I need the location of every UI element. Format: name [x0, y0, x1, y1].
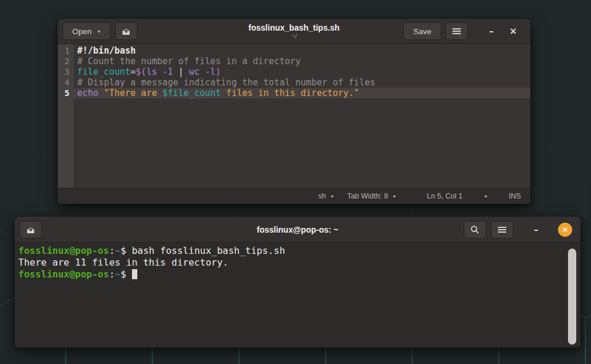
editor-close-button[interactable]: ×	[504, 22, 522, 40]
hamburger-icon	[453, 27, 461, 35]
insert-mode-indicator: INS	[509, 192, 521, 200]
editor-headerbar-right: Save – ×	[403, 22, 522, 40]
terminal-headerbar: fosslinux@pop-os: ~ –	[15, 217, 580, 243]
line-number: 5	[58, 88, 74, 98]
tab-new-icon	[121, 27, 131, 36]
code-text: #!/bin/bash	[74, 45, 530, 56]
terminal-screen[interactable]: fosslinux@pop-os:~$ bash fosslinux_bash_…	[15, 243, 580, 347]
terminal-menu-button[interactable]	[491, 221, 513, 239]
terminal-scrollbar-thumb[interactable]	[568, 249, 576, 345]
desktop: Open ▼ fosslinux_bash_tips.sh ~/	[0, 0, 591, 364]
tab-width-label: Tab Width: 8	[347, 192, 388, 200]
close-icon: ×	[510, 26, 517, 37]
terminal-minimize-button[interactable]: –	[527, 221, 545, 239]
chevron-down-icon: ▼	[97, 29, 101, 34]
terminal-line: There are 11 files in this directory.	[18, 257, 580, 269]
terminal-window: fosslinux@pop-os: ~ –	[15, 217, 580, 348]
code-text: # Display a message indicating the total…	[74, 77, 530, 88]
terminal-close-button[interactable]: ×	[558, 223, 572, 237]
terminal-cursor	[132, 269, 137, 279]
editor-title-group: fosslinux_bash_tips.sh ~/	[249, 23, 340, 39]
code-line: 1#!/bin/bash	[58, 45, 530, 56]
editor-title: fosslinux_bash_tips.sh	[249, 23, 340, 32]
line-number: 4	[58, 77, 74, 88]
cursor-position-indicator[interactable]: Ln 5, Col 1	[427, 192, 463, 200]
save-button[interactable]: Save	[403, 22, 441, 40]
tab-new-icon	[26, 225, 35, 234]
hamburger-icon	[498, 226, 506, 234]
open-button-label: Open	[72, 27, 92, 36]
search-button[interactable]	[464, 221, 486, 239]
close-icon: ×	[562, 225, 569, 234]
line-number: 1	[58, 45, 74, 56]
code-line: 5echo "There are $file_count files in th…	[58, 88, 530, 98]
code-line: 2# Count the number of files in a direct…	[58, 56, 530, 67]
cursor-position-label: Ln 5, Col 1	[427, 192, 463, 200]
tab-width-selector[interactable]: Tab Width: 8 ▼	[347, 192, 396, 200]
terminal-headerbar-right: – ×	[464, 221, 572, 239]
minimize-icon: –	[489, 26, 494, 37]
terminal-title-group: fosslinux@pop-os: ~	[257, 225, 339, 234]
code-text: echo "There are $file_count files in thi…	[74, 88, 530, 98]
editor-minimize-button[interactable]: –	[483, 22, 500, 40]
language-selector[interactable]: sh ▼	[318, 192, 334, 200]
line-number: 2	[58, 56, 74, 67]
line-number: 3	[58, 67, 74, 77]
editor-statusbar: sh ▼ Tab Width: 8 ▼ Ln 5, Col 1 ▼ INS	[58, 188, 530, 204]
code-text: # Count the number of files in a directo…	[74, 56, 530, 67]
minimize-icon: –	[534, 224, 539, 235]
terminal-line: fosslinux@pop-os:~$ bash fosslinux_bash_…	[18, 245, 580, 257]
search-icon	[470, 225, 480, 234]
code-text: file_count=$(ls -1 | wc -l)	[74, 67, 530, 77]
chevron-down-icon[interactable]: ▼	[484, 194, 488, 198]
open-button[interactable]: Open ▼	[62, 22, 111, 40]
editor-menu-button[interactable]	[445, 22, 468, 40]
language-label: sh	[318, 192, 326, 200]
editor-text-area[interactable]: 1#!/bin/bash2# Count the number of files…	[58, 44, 530, 188]
terminal-line: fosslinux@pop-os:~$	[18, 269, 580, 280]
editor-headerbar: Open ▼ fosslinux_bash_tips.sh ~/	[58, 19, 530, 44]
chevron-down-icon: ▼	[392, 194, 397, 198]
editor-window: Open ▼ fosslinux_bash_tips.sh ~/	[58, 19, 530, 204]
chevron-down-icon: ▼	[330, 194, 334, 198]
new-document-button[interactable]	[115, 22, 137, 40]
editor-headerbar-left: Open ▼	[62, 22, 137, 40]
terminal-title: fosslinux@pop-os: ~	[257, 225, 339, 234]
new-tab-button[interactable]	[19, 221, 42, 239]
code-line: 4# Display a message indicating the tota…	[58, 77, 530, 88]
editor-subtitle: ~/	[249, 32, 340, 39]
code-line: 3file_count=$(ls -1 | wc -l)	[58, 67, 530, 77]
